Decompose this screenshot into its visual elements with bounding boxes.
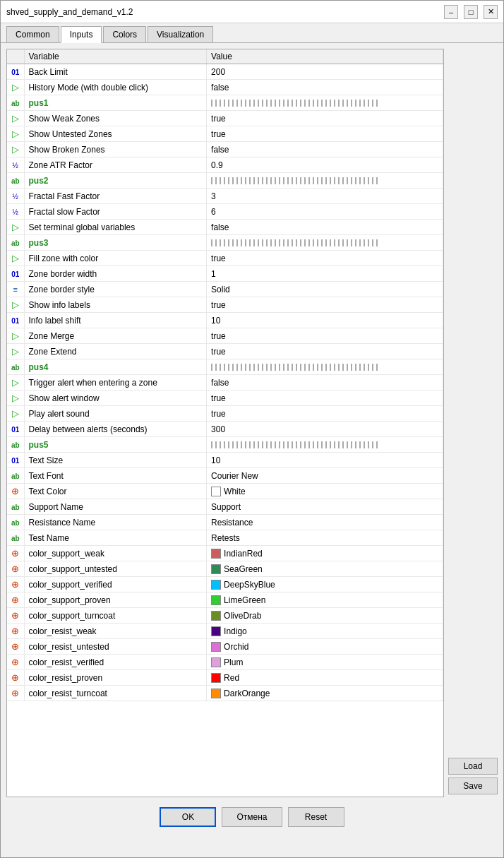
table-row[interactable]: ▷Show Broken Zonesfalse: [7, 142, 443, 157]
row-value[interactable]: 0.9: [207, 157, 443, 173]
table-row[interactable]: ⊕Text ColorWhite: [7, 484, 443, 499]
row-value[interactable]: 300: [207, 422, 443, 437]
table-row[interactable]: ▷Show info labelstrue: [7, 297, 443, 313]
row-value[interactable]: 1: [207, 266, 443, 282]
row-value[interactable]: 10: [207, 313, 443, 328]
sidebar-buttons: Load Save: [448, 49, 498, 797]
maximize-button[interactable]: □: [464, 5, 478, 19]
row-value[interactable]: Red: [207, 670, 443, 686]
table-row[interactable]: ⊕color_resist_untestedOrchid: [7, 639, 443, 655]
row-value[interactable]: false: [207, 220, 443, 235]
row-value[interactable]: [207, 437, 443, 453]
table-row[interactable]: ▷Fill zone with colortrue: [7, 251, 443, 266]
row-value[interactable]: IndianRed: [207, 546, 443, 561]
row-value[interactable]: [207, 95, 443, 111]
row-value[interactable]: true: [207, 251, 443, 266]
row-value[interactable]: Resistance: [207, 515, 443, 530]
row-icon: ½: [7, 204, 24, 220]
table-row[interactable]: ½Fractal Fast Factor3: [7, 189, 443, 204]
row-value[interactable]: 200: [207, 64, 443, 80]
row-value[interactable]: Retests: [207, 530, 443, 546]
table-row[interactable]: ▷Set terminal global variablesfalse: [7, 220, 443, 235]
row-icon: ⊕: [7, 624, 24, 639]
row-value[interactable]: true: [207, 126, 443, 142]
row-value[interactable]: DeepSkyBlue: [207, 577, 443, 592]
reset-button[interactable]: Reset: [288, 807, 344, 827]
close-button[interactable]: ✕: [484, 5, 498, 19]
table-row[interactable]: 01Text Size10: [7, 453, 443, 468]
row-value[interactable]: Courier New: [207, 468, 443, 484]
row-value[interactable]: false: [207, 80, 443, 95]
table-row[interactable]: ⊕color_resist_weakIndigo: [7, 624, 443, 639]
row-value[interactable]: 10: [207, 453, 443, 468]
row-value[interactable]: Orchid: [207, 639, 443, 655]
table-row[interactable]: ▷Trigger alert when entering a zonefalse: [7, 375, 443, 391]
row-value[interactable]: 6: [207, 204, 443, 220]
row-value[interactable]: false: [207, 142, 443, 157]
row-value[interactable]: [207, 235, 443, 251]
row-value[interactable]: true: [207, 406, 443, 422]
row-value[interactable]: SeaGreen: [207, 561, 443, 577]
row-value[interactable]: Indigo: [207, 624, 443, 639]
row-value[interactable]: White: [207, 484, 443, 499]
table-scroll[interactable]: Variable Value 01Back Limit200▷History M…: [7, 49, 443, 797]
row-value[interactable]: true: [207, 391, 443, 406]
table-row[interactable]: ▷Show Weak Zonestrue: [7, 111, 443, 126]
table-row[interactable]: ⊕color_resist_verifiedPlum: [7, 655, 443, 670]
row-variable: History Mode (with double click): [24, 80, 207, 95]
table-row[interactable]: abpus5: [7, 437, 443, 453]
table-row[interactable]: abResistance NameResistance: [7, 515, 443, 530]
table-row[interactable]: abpus2: [7, 173, 443, 189]
table-row[interactable]: abText FontCourier New: [7, 468, 443, 484]
table-row[interactable]: ⊕color_support_untestedSeaGreen: [7, 561, 443, 577]
table-row[interactable]: 01Info label shift10: [7, 313, 443, 328]
table-row[interactable]: abSupport NameSupport: [7, 499, 443, 515]
table-row[interactable]: 01Zone border width1: [7, 266, 443, 282]
table-row[interactable]: ▷Play alert soundtrue: [7, 406, 443, 422]
row-value[interactable]: true: [207, 297, 443, 313]
table-row[interactable]: ⊕color_support_provenLimeGreen: [7, 592, 443, 608]
table-row[interactable]: ▷Zone Mergetrue: [7, 328, 443, 344]
table-row[interactable]: ▷History Mode (with double click)false: [7, 80, 443, 95]
table-row[interactable]: ⊕color_resist_provenRed: [7, 670, 443, 686]
table-row[interactable]: 01Delay between alerts (seconds)300: [7, 422, 443, 437]
ok-button[interactable]: OK: [160, 807, 216, 827]
table-row[interactable]: abTest NameRetests: [7, 530, 443, 546]
row-value[interactable]: Solid: [207, 282, 443, 297]
table-row[interactable]: 01Back Limit200: [7, 64, 443, 80]
row-value[interactable]: Plum: [207, 655, 443, 670]
table-row[interactable]: ⊕color_resist_turncoatDarkOrange: [7, 686, 443, 701]
table-row[interactable]: ⊕color_support_verifiedDeepSkyBlue: [7, 577, 443, 592]
row-value[interactable]: true: [207, 344, 443, 359]
tab-visualization[interactable]: Visualization: [148, 26, 213, 42]
table-row[interactable]: ⊕color_support_turncoatOliveDrab: [7, 608, 443, 624]
row-variable: Set terminal global variables: [24, 220, 207, 235]
table-row[interactable]: ⊕color_support_weakIndianRed: [7, 546, 443, 561]
tab-inputs[interactable]: Inputs: [61, 26, 102, 43]
save-button[interactable]: Save: [448, 777, 498, 794]
row-value[interactable]: true: [207, 328, 443, 344]
table-row[interactable]: ▷Show Untested Zonestrue: [7, 126, 443, 142]
table-row[interactable]: ▷Zone Extendtrue: [7, 344, 443, 359]
table-row[interactable]: ≡Zone border styleSolid: [7, 282, 443, 297]
table-row[interactable]: abpus3: [7, 235, 443, 251]
row-value[interactable]: true: [207, 111, 443, 126]
row-value[interactable]: [207, 173, 443, 189]
tab-common[interactable]: Common: [6, 26, 59, 42]
row-value[interactable]: LimeGreen: [207, 592, 443, 608]
row-value[interactable]: DarkOrange: [207, 686, 443, 701]
row-value[interactable]: Support: [207, 499, 443, 515]
table-row[interactable]: abpus1: [7, 95, 443, 111]
table-row[interactable]: ½Fractal slow Factor6: [7, 204, 443, 220]
row-value[interactable]: 3: [207, 189, 443, 204]
table-row[interactable]: ▷Show alert windowtrue: [7, 391, 443, 406]
tab-colors[interactable]: Colors: [103, 26, 146, 42]
table-row[interactable]: ½Zone ATR Factor0.9: [7, 157, 443, 173]
row-value[interactable]: [207, 359, 443, 375]
row-value[interactable]: OliveDrab: [207, 608, 443, 624]
cancel-button[interactable]: Отмена: [222, 807, 282, 827]
table-row[interactable]: abpus4: [7, 359, 443, 375]
load-button[interactable]: Load: [448, 758, 498, 775]
row-value[interactable]: false: [207, 375, 443, 391]
minimize-button[interactable]: –: [444, 5, 458, 19]
